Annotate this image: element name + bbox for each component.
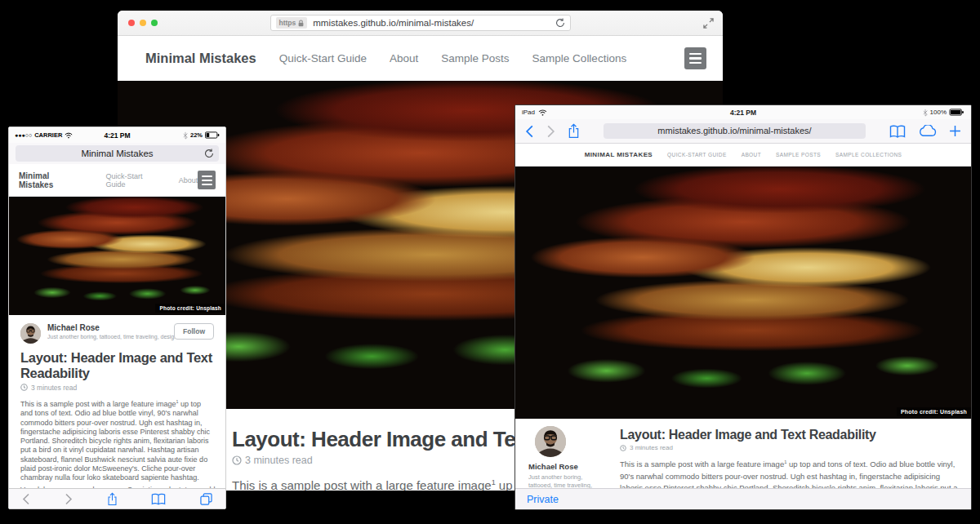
site-brand-link[interactable]: Minimal Mistakes	[145, 51, 256, 66]
photo-credit-overlay: Photo credit: Unsplash	[155, 304, 225, 313]
post-meta: 3 minutes read	[20, 384, 214, 392]
iphone-address-bar[interactable]: Minimal Mistakes	[16, 145, 219, 162]
icloud-tabs-icon[interactable]	[918, 125, 937, 137]
bluetooth-icon	[183, 131, 188, 140]
safari-toolbar: mmistakes.github.io/minimal-mistakes/	[515, 119, 971, 144]
status-time: 4:21 PM	[515, 109, 971, 117]
battery-percent: 22%	[190, 131, 203, 139]
clock-icon	[232, 455, 242, 465]
nav-link-quick-start-guide[interactable]: Quick-Start Guide	[105, 172, 160, 189]
back-icon[interactable]	[22, 493, 30, 505]
clock-icon	[20, 384, 28, 391]
reload-icon[interactable]	[555, 18, 565, 28]
private-button[interactable]: Private	[527, 494, 559, 505]
nav-link-sample-collections[interactable]: Sample Collections	[835, 152, 902, 158]
address-bar[interactable]: https mmistakes.github.io/minimal-mistak…	[270, 15, 571, 31]
site-masthead-mobile: Minimal Mistakes Quick-Start Guide About	[9, 164, 225, 197]
read-time: 3 minutes read	[245, 455, 313, 466]
share-icon[interactable]	[107, 492, 118, 506]
post-hero-image: Photo credit: Unsplash	[515, 167, 971, 419]
author-row: Michael Rose Just another boring, tattoo…	[20, 323, 214, 344]
author-avatar	[20, 323, 41, 344]
share-icon[interactable]	[568, 123, 580, 139]
site-masthead: Minimal Mistakes Quick-Start Guide About…	[118, 36, 723, 81]
nav-link-quick-start-guide[interactable]: Quick-Start Guide	[667, 152, 727, 158]
post-content-mobile: Michael Rose Just another boring, tattoo…	[9, 315, 225, 498]
nav-link-sample-posts[interactable]: Sample Posts	[441, 52, 509, 64]
follow-button[interactable]: Follow	[174, 323, 214, 340]
hamburger-menu-icon[interactable]	[198, 171, 216, 189]
nav-link-quick-start-guide[interactable]: Quick-Start Guide	[279, 52, 367, 64]
back-icon[interactable]	[525, 125, 534, 138]
author-name: Michael Rose	[47, 323, 174, 332]
site-masthead-tablet: Minimal Mistakes Quick-Start Guide About…	[515, 144, 971, 167]
bookmarks-icon[interactable]	[889, 125, 906, 138]
nav-link-about[interactable]: About	[742, 152, 761, 158]
minimize-window-button[interactable]	[140, 20, 146, 26]
post-paragraph: This is a sample post with a large featu…	[20, 397, 214, 483]
close-window-button[interactable]	[128, 20, 135, 26]
battery-icon	[205, 131, 220, 139]
fullscreen-icon[interactable]	[703, 18, 714, 29]
hamburger-menu-icon[interactable]	[684, 47, 706, 69]
battery-percent: 100%	[930, 109, 947, 116]
ipad-status-bar: iPad 4:21 PM 100%	[515, 105, 971, 119]
post-content-tablet: Michael Rose Just another boring, tattoo…	[515, 419, 971, 499]
https-badge: https	[276, 17, 308, 29]
bluetooth-icon	[923, 109, 928, 117]
iphone-status-bar: ●●●○○ CARRIER 4:21 PM 22%	[9, 127, 225, 143]
https-label: https	[279, 19, 296, 27]
photo-credit-overlay: Photo credit: Unsplash	[897, 407, 971, 416]
iphone-url-title: Minimal Mistakes	[81, 149, 153, 158]
battery-icon	[949, 109, 964, 116]
nav-link-sample-collections[interactable]: Sample Collections	[532, 52, 627, 64]
forward-icon[interactable]	[546, 125, 555, 138]
nav-link-about[interactable]: About	[179, 176, 198, 184]
post-hero-image: Photo credit: Unsplash	[9, 197, 225, 315]
ipad-address-bar[interactable]: mmistakes.github.io/minimal-mistakes/	[604, 123, 866, 139]
nav-link-sample-posts[interactable]: Sample Posts	[776, 152, 821, 158]
window-controls	[128, 20, 158, 26]
forward-icon[interactable]	[65, 493, 73, 505]
new-tab-icon[interactable]	[949, 125, 961, 137]
post-title: Layout: Header Image and Text Readabilit…	[620, 428, 958, 442]
author-bio: Just another boring, tattooed, time trav…	[47, 334, 174, 340]
lock-icon	[298, 20, 304, 27]
reload-icon[interactable]	[204, 149, 214, 158]
ipad-safari: iPad 4:21 PM 100% mmist	[514, 104, 972, 510]
clock-icon	[620, 445, 626, 451]
browser-chrome: https mmistakes.github.io/minimal-mistak…	[118, 11, 723, 36]
read-time: 3 minutes read	[630, 444, 673, 451]
read-time: 3 minutes read	[31, 384, 77, 392]
site-brand-link[interactable]: Minimal Mistakes	[19, 171, 82, 189]
bookmarks-icon[interactable]	[151, 493, 166, 505]
iphone-url-row: Minimal Mistakes	[9, 143, 225, 164]
post-title: Layout: Header Image and Text Readabilit…	[20, 350, 214, 381]
iphone-safari: ●●●○○ CARRIER 4:21 PM 22% Minimal Mistak…	[8, 127, 226, 509]
author-name: Michael Rose	[528, 462, 607, 471]
safari-bottom-toolbar	[9, 488, 225, 508]
tabs-icon[interactable]	[200, 493, 212, 505]
site-brand-link[interactable]: Minimal Mistakes	[585, 151, 653, 158]
post-meta: 3 minutes read	[620, 444, 958, 451]
zoom-window-button[interactable]	[151, 20, 158, 26]
private-browsing-bar: Private	[515, 488, 971, 509]
nav-link-about[interactable]: About	[390, 52, 418, 64]
author-avatar	[535, 426, 566, 457]
url-text: mmistakes.github.io/minimal-mistakes/	[313, 18, 555, 28]
